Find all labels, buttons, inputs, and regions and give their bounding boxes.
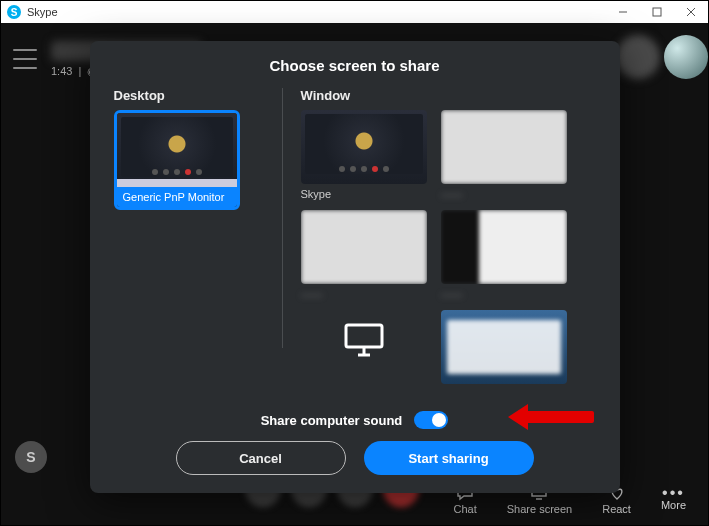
desktop-tile-selected[interactable]: Generic PnP Monitor — [114, 110, 240, 210]
svg-rect-6 — [346, 325, 382, 347]
desktop-header: Desktop — [114, 88, 264, 103]
call-duration: 1:43 — [51, 65, 72, 77]
close-button[interactable] — [674, 1, 708, 23]
window-tile[interactable]: —— — [441, 210, 567, 302]
svg-rect-1 — [653, 8, 661, 16]
toolbar-chat-label: Chat — [454, 503, 477, 515]
window-tile-label: Skype — [301, 188, 427, 202]
desktop-tile-preview — [117, 113, 237, 187]
recording-icon: | — [78, 65, 81, 77]
cancel-button-label: Cancel — [239, 451, 282, 466]
share-columns: Desktop Generic PnP Monitor Window — [114, 88, 596, 403]
toolbar-more-label: More — [661, 499, 686, 511]
more-icon: ••• — [662, 489, 685, 497]
share-sound-label: Share computer sound — [261, 413, 403, 428]
share-screen-modal: Choose screen to share Desktop Generic P… — [90, 41, 620, 493]
window-grid: Skype —— —— —— — [301, 110, 596, 384]
skype-logo-icon: S — [7, 5, 21, 19]
menu-icon[interactable] — [13, 49, 37, 69]
toolbar-react-label: React — [602, 503, 631, 515]
window-tile[interactable] — [441, 310, 567, 384]
participant-avatar-redacted — [616, 35, 660, 79]
modal-title: Choose screen to share — [114, 57, 596, 74]
monitor-icon — [301, 310, 427, 370]
titlebar: S Skype — [1, 1, 708, 23]
window-tile-label-redacted: —— — [441, 288, 567, 302]
window-tile-label-redacted: —— — [301, 288, 427, 302]
window-tile[interactable]: —— — [301, 210, 427, 302]
toolbar-more[interactable]: ••• More — [661, 489, 686, 511]
minimize-button[interactable] — [606, 1, 640, 23]
app-title: Skype — [27, 6, 58, 18]
share-sound-row: Share computer sound — [114, 411, 596, 429]
window-tile-monitor[interactable] — [301, 310, 427, 384]
self-avatar[interactable] — [664, 35, 708, 79]
titlebar-left: S Skype — [1, 5, 58, 19]
column-divider — [282, 88, 283, 348]
window-controls — [606, 1, 708, 23]
maximize-button[interactable] — [640, 1, 674, 23]
modal-buttons: Cancel Start sharing — [114, 441, 596, 475]
cancel-button[interactable]: Cancel — [176, 441, 346, 475]
window-tile-label-redacted: —— — [441, 188, 567, 202]
share-sound-toggle[interactable] — [414, 411, 448, 429]
window-tile[interactable]: —— — [441, 110, 567, 202]
participant-initial-badge: S — [15, 441, 47, 473]
desktop-tile-label: Generic PnP Monitor — [117, 187, 237, 207]
window-column: Window Skype —— —— — [301, 88, 596, 403]
annotation-arrow — [524, 411, 594, 423]
window-header: Window — [301, 88, 596, 103]
window-tile[interactable]: Skype — [301, 110, 427, 202]
toggle-knob — [432, 413, 446, 427]
start-sharing-button[interactable]: Start sharing — [364, 441, 534, 475]
app-window: S Skype 1:43 | ◉ — [0, 0, 709, 526]
toolbar-share-label: Share screen — [507, 503, 572, 515]
start-sharing-label: Start sharing — [408, 451, 488, 466]
desktop-column: Desktop Generic PnP Monitor — [114, 88, 264, 403]
